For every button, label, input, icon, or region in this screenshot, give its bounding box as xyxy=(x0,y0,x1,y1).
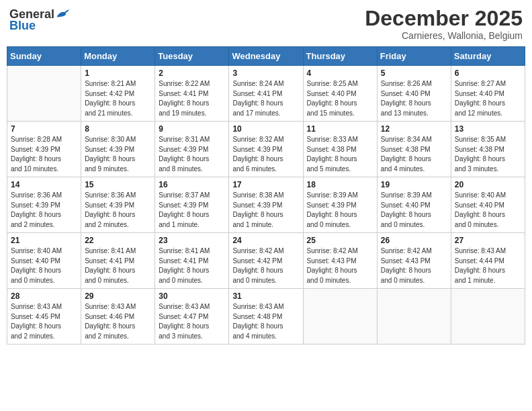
sunrise-text: Sunrise: 8:37 AM xyxy=(159,191,225,201)
table-row xyxy=(377,289,451,345)
calendar-week-row: 14Sunrise: 8:36 AMSunset: 4:39 PMDayligh… xyxy=(7,177,525,233)
daylight-text: Daylight: 8 hoursand 12 minutes. xyxy=(455,99,521,118)
day-number: 22 xyxy=(85,236,151,245)
sunrise-text: Sunrise: 8:40 AM xyxy=(11,246,77,257)
table-row: 5Sunrise: 8:26 AMSunset: 4:40 PMDaylight… xyxy=(377,66,451,122)
location-subtitle: Carnieres, Wallonia, Belgium xyxy=(365,30,523,41)
sunset-text: Sunset: 4:40 PM xyxy=(455,89,521,99)
day-number: 2 xyxy=(159,68,225,78)
sunset-text: Sunset: 4:38 PM xyxy=(307,145,373,155)
day-info: Sunrise: 8:40 AMSunset: 4:40 PMDaylight:… xyxy=(11,246,77,285)
day-info: Sunrise: 8:36 AMSunset: 4:39 PMDaylight:… xyxy=(85,191,151,230)
day-number: 7 xyxy=(11,124,77,134)
day-info: Sunrise: 8:34 AMSunset: 4:38 PMDaylight:… xyxy=(381,135,447,174)
calendar-week-row: 1Sunrise: 8:21 AMSunset: 4:42 PMDaylight… xyxy=(7,66,525,122)
day-number: 4 xyxy=(307,68,373,78)
sunset-text: Sunset: 4:41 PM xyxy=(159,89,225,99)
daylight-text: Daylight: 8 hoursand 0 minutes. xyxy=(381,266,447,285)
sunrise-text: Sunrise: 8:27 AM xyxy=(455,79,521,89)
sunrise-text: Sunrise: 8:43 AM xyxy=(11,302,77,312)
day-info: Sunrise: 8:43 AMSunset: 4:46 PMDaylight:… xyxy=(85,302,151,341)
sunset-text: Sunset: 4:48 PM xyxy=(232,312,299,322)
sunrise-text: Sunrise: 8:42 AM xyxy=(232,246,299,257)
day-info: Sunrise: 8:41 AMSunset: 4:41 PMDaylight:… xyxy=(159,246,225,285)
calendar-table: Sunday Monday Tuesday Wednesday Thursday… xyxy=(7,46,525,345)
sunrise-text: Sunrise: 8:43 AM xyxy=(455,246,521,257)
day-number: 19 xyxy=(381,180,447,189)
table-row: 19Sunrise: 8:39 AMSunset: 4:40 PMDayligh… xyxy=(377,177,451,233)
col-saturday: Saturday xyxy=(451,47,525,66)
daylight-text: Daylight: 8 hoursand 0 minutes. xyxy=(11,266,77,285)
table-row: 18Sunrise: 8:39 AMSunset: 4:39 PMDayligh… xyxy=(303,177,377,233)
daylight-text: Daylight: 8 hoursand 1 minute. xyxy=(232,210,299,230)
table-row: 24Sunrise: 8:42 AMSunset: 4:42 PMDayligh… xyxy=(229,233,303,289)
daylight-text: Daylight: 8 hoursand 0 minutes. xyxy=(232,266,299,285)
sunrise-text: Sunrise: 8:25 AM xyxy=(307,79,373,89)
table-row: 14Sunrise: 8:36 AMSunset: 4:39 PMDayligh… xyxy=(7,177,81,233)
table-row: 6Sunrise: 8:27 AMSunset: 4:40 PMDaylight… xyxy=(451,66,525,122)
sunrise-text: Sunrise: 8:42 AM xyxy=(381,246,447,257)
daylight-text: Daylight: 8 hoursand 17 minutes. xyxy=(232,99,299,118)
day-info: Sunrise: 8:43 AMSunset: 4:48 PMDaylight:… xyxy=(232,302,299,341)
day-info: Sunrise: 8:40 AMSunset: 4:40 PMDaylight:… xyxy=(455,191,521,230)
day-info: Sunrise: 8:43 AMSunset: 4:47 PMDaylight:… xyxy=(159,302,225,341)
daylight-text: Daylight: 8 hoursand 0 minutes. xyxy=(85,266,151,285)
daylight-text: Daylight: 8 hoursand 8 minutes. xyxy=(159,154,225,174)
day-info: Sunrise: 8:41 AMSunset: 4:41 PMDaylight:… xyxy=(85,246,151,285)
month-year-title: December 2025 xyxy=(365,7,523,30)
sunrise-text: Sunrise: 8:43 AM xyxy=(232,302,299,312)
sunset-text: Sunset: 4:38 PM xyxy=(381,145,447,155)
sunrise-text: Sunrise: 8:26 AM xyxy=(381,79,447,89)
table-row: 8Sunrise: 8:30 AMSunset: 4:39 PMDaylight… xyxy=(81,122,155,177)
sunset-text: Sunset: 4:40 PM xyxy=(307,89,373,99)
day-number: 15 xyxy=(85,180,151,189)
day-number: 12 xyxy=(381,124,447,134)
sunset-text: Sunset: 4:43 PM xyxy=(307,257,373,267)
sunrise-text: Sunrise: 8:43 AM xyxy=(159,302,225,312)
table-row: 15Sunrise: 8:36 AMSunset: 4:39 PMDayligh… xyxy=(81,177,155,233)
sunrise-text: Sunrise: 8:22 AM xyxy=(159,79,225,89)
table-row: 20Sunrise: 8:40 AMSunset: 4:40 PMDayligh… xyxy=(451,177,525,233)
table-row: 7Sunrise: 8:28 AMSunset: 4:39 PMDaylight… xyxy=(7,122,81,177)
daylight-text: Daylight: 8 hoursand 5 minutes. xyxy=(307,154,373,174)
calendar-week-row: 7Sunrise: 8:28 AMSunset: 4:39 PMDaylight… xyxy=(7,122,525,177)
day-info: Sunrise: 8:42 AMSunset: 4:42 PMDaylight:… xyxy=(232,246,299,285)
sunset-text: Sunset: 4:39 PM xyxy=(159,145,225,155)
page-container: General Blue December 2025 Carnieres, Wa… xyxy=(7,7,525,345)
daylight-text: Daylight: 8 hoursand 0 minutes. xyxy=(307,266,373,285)
table-row: 22Sunrise: 8:41 AMSunset: 4:41 PMDayligh… xyxy=(81,233,155,289)
day-info: Sunrise: 8:22 AMSunset: 4:41 PMDaylight:… xyxy=(159,79,225,118)
day-number: 8 xyxy=(85,124,151,134)
sunrise-text: Sunrise: 8:32 AM xyxy=(232,135,299,145)
sunset-text: Sunset: 4:38 PM xyxy=(455,145,521,155)
day-number: 6 xyxy=(455,68,521,78)
table-row: 25Sunrise: 8:42 AMSunset: 4:43 PMDayligh… xyxy=(303,233,377,289)
day-info: Sunrise: 8:27 AMSunset: 4:40 PMDaylight:… xyxy=(455,79,521,118)
day-number: 14 xyxy=(11,180,77,189)
sunset-text: Sunset: 4:41 PM xyxy=(232,89,299,99)
day-info: Sunrise: 8:42 AMSunset: 4:43 PMDaylight:… xyxy=(381,246,447,285)
table-row: 4Sunrise: 8:25 AMSunset: 4:40 PMDaylight… xyxy=(303,66,377,122)
sunset-text: Sunset: 4:39 PM xyxy=(232,201,299,211)
table-row xyxy=(303,289,377,345)
day-number: 11 xyxy=(307,124,373,134)
sunset-text: Sunset: 4:46 PM xyxy=(85,312,151,322)
sunrise-text: Sunrise: 8:43 AM xyxy=(85,302,151,312)
daylight-text: Daylight: 8 hoursand 0 minutes. xyxy=(381,210,447,230)
table-row: 23Sunrise: 8:41 AMSunset: 4:41 PMDayligh… xyxy=(155,233,229,289)
day-info: Sunrise: 8:36 AMSunset: 4:39 PMDaylight:… xyxy=(11,191,77,230)
table-row: 21Sunrise: 8:40 AMSunset: 4:40 PMDayligh… xyxy=(7,233,81,289)
day-number: 31 xyxy=(232,291,299,301)
sunset-text: Sunset: 4:47 PM xyxy=(159,312,225,322)
sunset-text: Sunset: 4:40 PM xyxy=(11,257,77,267)
sunset-text: Sunset: 4:42 PM xyxy=(232,257,299,267)
day-number: 23 xyxy=(159,236,225,245)
daylight-text: Daylight: 8 hoursand 19 minutes. xyxy=(159,99,225,118)
day-info: Sunrise: 8:31 AMSunset: 4:39 PMDaylight:… xyxy=(159,135,225,174)
daylight-text: Daylight: 8 hoursand 0 minutes. xyxy=(455,210,521,230)
table-row: 28Sunrise: 8:43 AMSunset: 4:45 PMDayligh… xyxy=(7,289,81,345)
sunrise-text: Sunrise: 8:39 AM xyxy=(307,191,373,201)
daylight-text: Daylight: 8 hoursand 3 minutes. xyxy=(159,322,225,341)
sunrise-text: Sunrise: 8:34 AM xyxy=(381,135,447,145)
sunset-text: Sunset: 4:40 PM xyxy=(381,89,447,99)
